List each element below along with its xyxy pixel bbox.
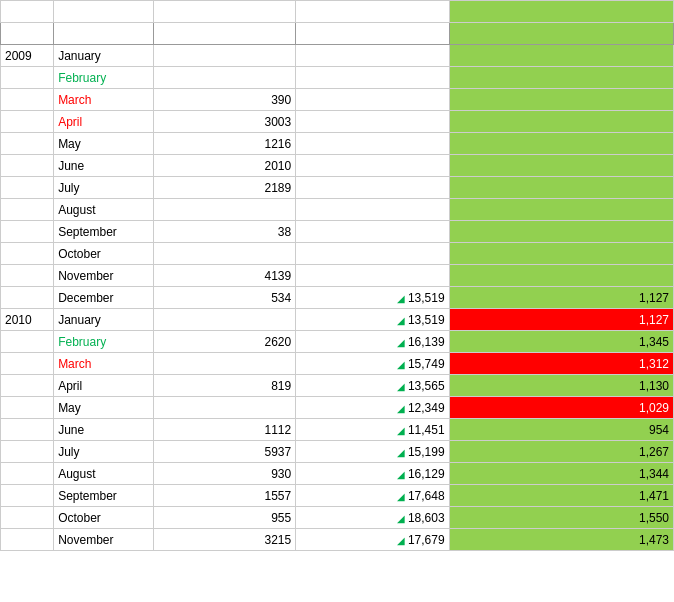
cell-month: April	[54, 375, 154, 397]
cell-month: February	[54, 331, 154, 353]
cell-month: November	[54, 529, 154, 551]
cell-avg-count: 1,344	[449, 463, 673, 485]
cell-avg-count	[449, 243, 673, 265]
cell-monthly-count: 1557	[154, 485, 296, 507]
cell-monthly-count: 390	[154, 89, 296, 111]
cell-monthly-count: 2010	[154, 155, 296, 177]
cell-avg-count: 1,267	[449, 441, 673, 463]
cell-12months-count: ◢ 17,648	[296, 485, 449, 507]
table-row: April3003	[1, 111, 674, 133]
cell-year	[1, 177, 54, 199]
cell-monthly-count: 3003	[154, 111, 296, 133]
table-row: October955◢ 18,6031,550	[1, 507, 674, 529]
cell-month: November	[54, 265, 154, 287]
cell-monthly-count	[154, 309, 296, 331]
cell-12months-count: ◢ 15,749	[296, 353, 449, 375]
table-row: 2010January◢ 13,5191,127	[1, 309, 674, 331]
cell-year	[1, 89, 54, 111]
cell-year	[1, 397, 54, 419]
cell-year	[1, 529, 54, 551]
cell-12months-count	[296, 243, 449, 265]
cell-month: September	[54, 485, 154, 507]
cell-year	[1, 133, 54, 155]
cell-year	[1, 111, 54, 133]
cell-avg-count	[449, 67, 673, 89]
header-monthly	[154, 23, 296, 45]
cell-12months-count: ◢ 12,349	[296, 397, 449, 419]
cell-year	[1, 221, 54, 243]
table-row: February	[1, 67, 674, 89]
cell-year	[1, 375, 54, 397]
top-spacer-row	[1, 1, 674, 23]
cell-avg-count: 1,345	[449, 331, 673, 353]
table-row: August930◢ 16,1291,344	[1, 463, 674, 485]
cell-year	[1, 287, 54, 309]
cell-avg-count	[449, 89, 673, 111]
cell-avg-count	[449, 155, 673, 177]
cell-12months-count	[296, 265, 449, 287]
cell-year	[1, 67, 54, 89]
cell-monthly-count: 1112	[154, 419, 296, 441]
cell-avg-count	[449, 265, 673, 287]
cell-avg-count: 1,029	[449, 397, 673, 419]
cell-month: May	[54, 397, 154, 419]
header-12months	[296, 23, 449, 45]
table-row: June1112◢ 11,451954	[1, 419, 674, 441]
cell-avg-count: 1,127	[449, 287, 673, 309]
cell-monthly-count	[154, 45, 296, 67]
cell-month: August	[54, 463, 154, 485]
cell-monthly-count: 4139	[154, 265, 296, 287]
table-row: March390	[1, 89, 674, 111]
table-row: August	[1, 199, 674, 221]
cell-12months-count: ◢ 18,603	[296, 507, 449, 529]
cell-12months-count: ◢ 13,519	[296, 309, 449, 331]
cell-year	[1, 243, 54, 265]
cell-12months-count	[296, 177, 449, 199]
cell-12months-count: ◢ 13,519	[296, 287, 449, 309]
cell-avg-count	[449, 177, 673, 199]
cell-monthly-count	[154, 353, 296, 375]
table-row: June2010	[1, 155, 674, 177]
cell-12months-count	[296, 199, 449, 221]
cell-month: June	[54, 419, 154, 441]
cell-monthly-count: 930	[154, 463, 296, 485]
cell-avg-count: 1,312	[449, 353, 673, 375]
cell-monthly-count	[154, 243, 296, 265]
cell-monthly-count	[154, 397, 296, 419]
cell-year	[1, 155, 54, 177]
cell-month: April	[54, 111, 154, 133]
cell-12months-count: ◢ 16,129	[296, 463, 449, 485]
cell-year	[1, 463, 54, 485]
cell-monthly-count: 2189	[154, 177, 296, 199]
cell-avg-count: 1,471	[449, 485, 673, 507]
cell-month: October	[54, 507, 154, 529]
cell-year	[1, 441, 54, 463]
cell-avg-count	[449, 199, 673, 221]
cell-month: March	[54, 89, 154, 111]
table-row: September1557◢ 17,6481,471	[1, 485, 674, 507]
cell-avg-count: 1,550	[449, 507, 673, 529]
header-avg	[449, 23, 673, 45]
cell-avg-count: 1,127	[449, 309, 673, 331]
table-row: May1216	[1, 133, 674, 155]
cell-month: January	[54, 309, 154, 331]
cell-monthly-count: 1216	[154, 133, 296, 155]
cell-12months-count	[296, 111, 449, 133]
cell-12months-count	[296, 45, 449, 67]
cell-month: March	[54, 353, 154, 375]
cell-year	[1, 199, 54, 221]
cell-avg-count	[449, 45, 673, 67]
cell-12months-count	[296, 133, 449, 155]
table-row: 2009January	[1, 45, 674, 67]
table-row: September38	[1, 221, 674, 243]
cell-year	[1, 507, 54, 529]
cell-monthly-count: 955	[154, 507, 296, 529]
cell-monthly-count	[154, 199, 296, 221]
table-row: October	[1, 243, 674, 265]
cell-12months-count	[296, 67, 449, 89]
table-row: November3215◢ 17,6791,473	[1, 529, 674, 551]
cell-month: July	[54, 177, 154, 199]
cell-avg-count: 1,130	[449, 375, 673, 397]
table-row: November4139	[1, 265, 674, 287]
cell-month: December	[54, 287, 154, 309]
